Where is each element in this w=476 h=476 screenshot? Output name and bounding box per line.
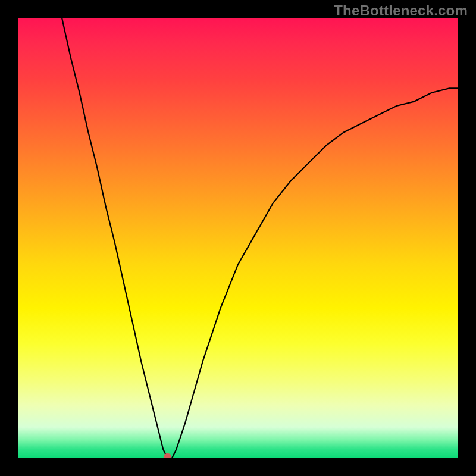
curve-svg: [18, 18, 458, 458]
bottleneck-curve: [62, 18, 458, 458]
chart-frame: TheBottleneck.com: [0, 0, 476, 476]
plot-area: [18, 18, 458, 458]
watermark-text: TheBottleneck.com: [334, 2, 468, 19]
